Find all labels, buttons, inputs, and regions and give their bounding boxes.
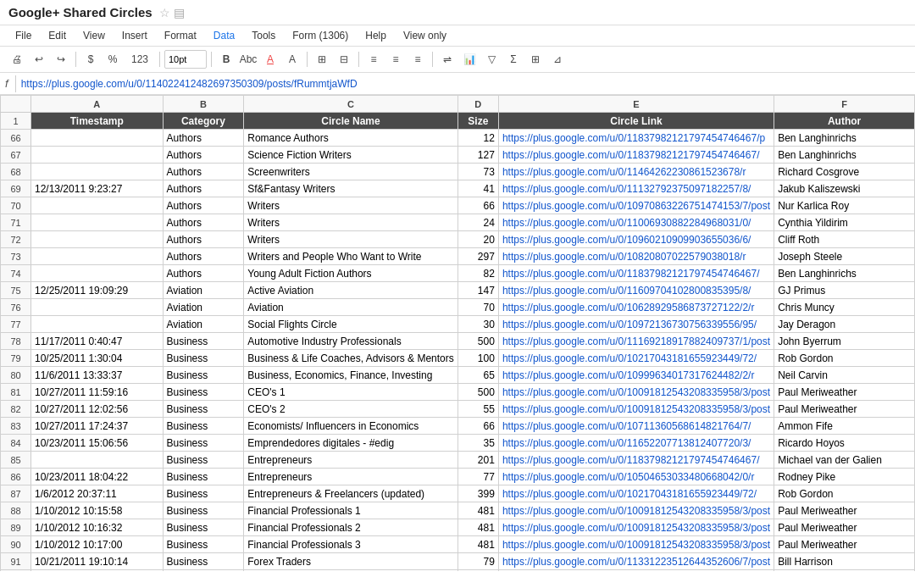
cell-timestamp[interactable] — [31, 248, 164, 265]
cell-timestamp[interactable] — [31, 147, 164, 164]
cell-circlelink[interactable]: https://plus.google.com/u/0/111327923750… — [498, 180, 774, 197]
circle-link-anchor[interactable]: https://plus.google.com/u/0/100918125432… — [502, 403, 770, 415]
cell-category[interactable]: Authors — [163, 265, 244, 282]
cell-timestamp[interactable] — [31, 299, 164, 316]
align-center-btn[interactable]: ≡ — [385, 49, 406, 69]
circle-link-anchor[interactable]: https://plus.google.com/u/0/102170431816… — [502, 352, 757, 364]
cell-size[interactable]: 500 — [458, 333, 498, 350]
cell-timestamp[interactable]: 10/27/2011 12:02:56 — [31, 401, 164, 418]
cell-size[interactable]: 12 — [458, 130, 498, 147]
cell-author[interactable]: Neil Carvin — [774, 367, 915, 384]
cell-timestamp[interactable]: 10/25/2011 1:30:04 — [31, 350, 164, 367]
cell-circlelink[interactable]: https://plus.google.com/u/0/102170431816… — [498, 485, 774, 502]
cell-circlename[interactable]: Entrepreneurs & Freelancers (updated) — [244, 485, 458, 502]
circle-link-anchor[interactable]: https://plus.google.com/u/0/106289295868… — [502, 302, 755, 313]
filter-btn[interactable]: ▽ — [481, 49, 502, 69]
menu-help[interactable]: Help — [358, 27, 393, 44]
circle-link-anchor[interactable]: https://plus.google.com/u/0/118379821217… — [502, 454, 760, 466]
circle-link-anchor[interactable]: https://plus.google.com/u/0/114642622308… — [502, 166, 746, 178]
cell-author[interactable]: Paul Meriweather — [774, 502, 915, 519]
cell-author[interactable]: Nur Karlica Roy — [774, 197, 915, 214]
cell-circlename[interactable]: Science Fiction Writers — [244, 147, 458, 164]
menu-insert[interactable]: Insert — [115, 27, 154, 44]
cell-size[interactable]: 186 — [458, 570, 498, 572]
cell-timestamp[interactable] — [31, 265, 164, 282]
cell-author[interactable]: Joseph Steele — [774, 248, 915, 265]
cell-category[interactable]: Business — [163, 435, 244, 452]
align-left-btn[interactable]: ≡ — [363, 49, 384, 69]
cell-circlename[interactable]: CEO's 1 — [244, 384, 458, 401]
cell-category[interactable]: Business — [163, 384, 244, 401]
cell-category[interactable]: Authors — [163, 164, 244, 180]
circle-link-anchor[interactable]: https://plus.google.com/u/0/100918125432… — [502, 539, 770, 551]
cell-circlename[interactable]: Aviation — [244, 299, 458, 316]
cell-author[interactable]: John Byerrum — [774, 333, 915, 350]
fontbg-btn[interactable]: A — [282, 49, 302, 69]
cell-category[interactable]: Business — [163, 418, 244, 435]
cell-size[interactable]: 399 — [458, 485, 498, 502]
circle-link-anchor[interactable]: https://plus.google.com/u/0/109602109099… — [502, 234, 751, 246]
sheet-container[interactable]: A B C D E F 1 Timestamp Category Circle … — [0, 95, 915, 571]
circle-link-anchor[interactable]: https://plus.google.com/u/0/110069308822… — [502, 217, 751, 229]
col-letter-e[interactable]: E — [498, 96, 774, 113]
cell-size[interactable]: 147 — [458, 282, 498, 299]
cell-timestamp[interactable] — [31, 214, 164, 231]
cell-size[interactable]: 79 — [458, 553, 498, 570]
redo-btn[interactable]: ↪ — [51, 49, 71, 69]
cell-timestamp[interactable]: 10/27/2011 11:59:16 — [31, 384, 164, 401]
cell-circlename[interactable]: Active Aviation — [244, 282, 458, 299]
cell-circlelink[interactable]: https://plus.google.com/u/0/116097041028… — [498, 282, 774, 299]
cell-category[interactable]: Business — [163, 536, 244, 553]
star-icon[interactable]: ☆ — [159, 6, 170, 19]
cell-author[interactable]: Ben Langhinrichs — [774, 265, 915, 282]
circle-link-anchor[interactable]: https://plus.google.com/u/0/100918125432… — [502, 505, 770, 517]
cell-circlename[interactable]: Financial Professionals 2 — [244, 519, 458, 536]
cell-author[interactable]: Ben Langhinrichs — [774, 130, 915, 147]
cell-author[interactable]: Paul Meriweather — [774, 519, 915, 536]
font-size-input[interactable] — [164, 50, 207, 69]
cell-category[interactable]: Aviation — [163, 316, 244, 333]
cell-author[interactable]: Ammon Fife — [774, 418, 915, 435]
cell-author[interactable]: Ben Langhinrichs — [774, 147, 915, 164]
cell-circlelink[interactable]: https://plus.google.com/u/0/109708632267… — [498, 197, 774, 214]
cell-circlename[interactable]: Screenwriters — [244, 164, 458, 180]
percent-btn[interactable]: % — [103, 49, 123, 69]
circle-link-anchor[interactable]: https://plus.google.com/u/0/109996340173… — [502, 369, 755, 381]
cell-timestamp[interactable]: 1/10/2012 10:17:00 — [31, 536, 164, 553]
menu-view[interactable]: View — [76, 27, 112, 44]
header-author[interactable]: Author — [774, 113, 915, 130]
borders-btn[interactable]: ⊞ — [312, 49, 332, 69]
funnel-btn[interactable]: ⊿ — [547, 49, 568, 69]
menu-file[interactable]: File — [8, 27, 38, 44]
cell-timestamp[interactable]: 12/6/2011 19:05:03 — [31, 570, 164, 572]
cell-circlename[interactable]: CEO's 2 — [244, 401, 458, 418]
menu-edit[interactable]: Edit — [42, 27, 73, 44]
cell-category[interactable]: Business — [163, 452, 244, 469]
cell-circlelink[interactable]: https://plus.google.com/u/0/111692189178… — [498, 333, 774, 350]
folder-icon[interactable]: ▤ — [174, 6, 185, 19]
align-right-btn[interactable]: ≡ — [408, 49, 428, 69]
cell-circlelink[interactable]: https://plus.google.com/u/0/109602109099… — [498, 231, 774, 248]
cell-circlelink[interactable]: https://plus.google.com/u/0/106289295868… — [498, 299, 774, 316]
circle-link-anchor[interactable]: https://plus.google.com/u/0/111327923750… — [502, 183, 751, 195]
cell-category[interactable]: Business — [163, 485, 244, 502]
header-timestamp[interactable]: Timestamp — [31, 113, 164, 130]
cell-category[interactable]: Authors — [163, 197, 244, 214]
cell-author[interactable]: Chris Muncy — [774, 299, 915, 316]
cell-author[interactable]: Richard Cosgrove — [774, 164, 915, 180]
cell-size[interactable]: 100 — [458, 350, 498, 367]
circle-link-anchor[interactable]: https://plus.google.com/u/0/100918125432… — [502, 522, 770, 534]
col-letter-d[interactable]: D — [458, 96, 498, 113]
cell-circlename[interactable]: Entrepreneurs — [244, 452, 458, 469]
cell-timestamp[interactable] — [31, 316, 164, 333]
cell-category[interactable]: Authors — [163, 130, 244, 147]
cell-circlename[interactable]: Young Adult Fiction Authors — [244, 265, 458, 282]
cell-circlelink[interactable]: https://plus.google.com/u/0/100918125432… — [498, 519, 774, 536]
header-circlename[interactable]: Circle Name — [244, 113, 458, 130]
cell-size[interactable]: 65 — [458, 367, 498, 384]
cell-category[interactable]: Business — [163, 570, 244, 572]
cell-category[interactable]: Authors — [163, 214, 244, 231]
cell-circlename[interactable]: Business, Economics, Finance, Investing — [244, 367, 458, 384]
cell-circlename[interactable]: Financial Professionals 3 — [244, 536, 458, 553]
cell-timestamp[interactable]: 10/23/2011 15:06:56 — [31, 435, 164, 452]
